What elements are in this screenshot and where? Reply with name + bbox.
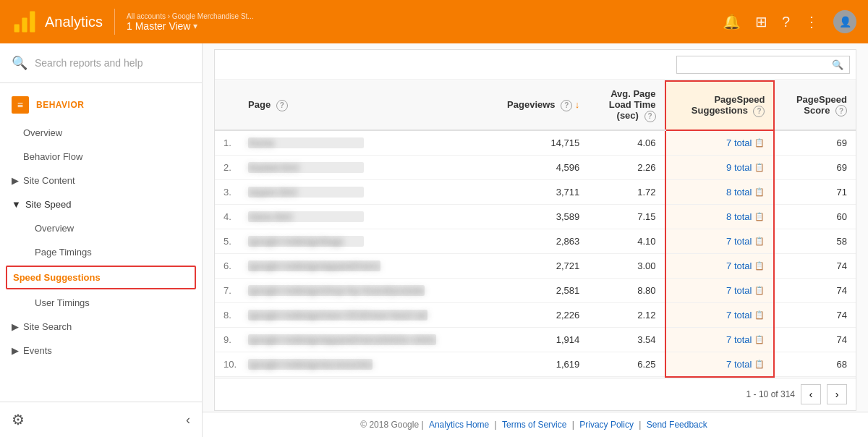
sidebar-item-site-content-label: Site Content bbox=[23, 175, 75, 186]
row-page[interactable]: /google+redesign/apparel/mens/tshirts+sh… bbox=[239, 327, 482, 352]
pagination-bar: 1 - 10 of 314 ‹ › bbox=[215, 378, 856, 410]
table-body: 1./home14,7154.067 total 📋692./basket.ht… bbox=[215, 130, 856, 377]
sidebar-item-overview[interactable]: Overview bbox=[0, 121, 202, 145]
analytics-home-link[interactable]: Analytics Home bbox=[429, 420, 489, 430]
row-pageviews: 1,914 bbox=[482, 327, 588, 352]
search-area[interactable]: 🔍 Search reports and help bbox=[0, 43, 202, 83]
notifications-icon[interactable]: 🔔 bbox=[723, 13, 741, 30]
account-info: All accounts › Google Merchandise St... … bbox=[127, 12, 254, 32]
apps-grid-icon[interactable]: ⊞ bbox=[755, 13, 767, 30]
chevron-right-icon-search: ▶ bbox=[12, 321, 19, 332]
top-header: Analytics All accounts › Google Merchand… bbox=[0, 0, 868, 43]
sidebar-item-site-speed-overview[interactable]: Overview bbox=[0, 216, 202, 240]
row-avg-load: 3.54 bbox=[588, 327, 665, 352]
row-pageviews: 2,226 bbox=[482, 302, 588, 327]
row-num: 5. bbox=[215, 229, 239, 253]
table-row: 3./aspen.html3,7111.728 total 📋71 bbox=[215, 179, 856, 204]
more-options-icon[interactable]: ⋮ bbox=[804, 13, 819, 30]
suggestions-help-icon[interactable]: ? bbox=[753, 106, 765, 117]
sidebar-item-site-content[interactable]: ▶ Site Content bbox=[0, 169, 202, 192]
table-row: 7./google+redesign/shop+by+brand/youtube… bbox=[215, 278, 856, 302]
next-page-button[interactable]: › bbox=[827, 384, 847, 404]
row-score: 69 bbox=[774, 130, 856, 156]
row-suggestions[interactable]: 7 total 📋 bbox=[665, 229, 775, 253]
sidebar-item-behavior-flow[interactable]: Behavior Flow bbox=[0, 145, 202, 169]
row-page[interactable]: /home bbox=[239, 130, 482, 156]
table-container: 🔍 Page ? Pageviews ? ↓ bbox=[214, 49, 856, 411]
chevron-right-icon-events: ▶ bbox=[12, 345, 19, 356]
row-page[interactable]: /google+redesign/new+2016/new+best+sel bbox=[239, 302, 482, 327]
row-suggestions[interactable]: 9 total 📋 bbox=[665, 155, 775, 179]
analytics-logo-icon bbox=[12, 9, 38, 35]
sidebar-item-site-speed-label: Site Speed bbox=[25, 199, 72, 210]
row-avg-load: 4.10 bbox=[588, 229, 665, 253]
main-layout: 🔍 Search reports and help ≡ BEHAVIOR Ove… bbox=[0, 43, 868, 437]
row-page[interactable]: /store.html bbox=[239, 204, 482, 229]
pageviews-help-icon[interactable]: ? bbox=[561, 100, 572, 111]
account-view: 1 Master View ▾ bbox=[127, 20, 254, 32]
table-row: 5./google+redesign/bags2,8634.107 total … bbox=[215, 229, 856, 253]
row-avg-load: 6.25 bbox=[588, 352, 665, 377]
row-page[interactable]: /basket.html bbox=[239, 155, 482, 179]
privacy-policy-link[interactable]: Privacy Policy bbox=[579, 420, 634, 430]
prev-page-button[interactable]: ‹ bbox=[801, 384, 821, 404]
terms-of-service-link[interactable]: Terms of Service bbox=[502, 420, 566, 430]
sidebar-item-events[interactable]: ▶ Events bbox=[0, 339, 202, 362]
col-header-avg-load[interactable]: Avg. PageLoad Time(sec) ? bbox=[588, 81, 665, 130]
row-suggestions[interactable]: 7 total 📋 bbox=[665, 352, 775, 377]
sidebar-item-site-search[interactable]: ▶ Site Search bbox=[0, 315, 202, 339]
dropdown-icon[interactable]: ▾ bbox=[193, 21, 197, 31]
table-toolbar: 🔍 bbox=[215, 50, 856, 80]
sidebar-item-page-timings[interactable]: Page Timings bbox=[0, 240, 202, 264]
table-search-box[interactable]: 🔍 bbox=[676, 56, 850, 74]
search-placeholder[interactable]: Search reports and help bbox=[35, 57, 142, 69]
report-area: 🔍 Page ? Pageviews ? ↓ bbox=[203, 43, 868, 412]
avg-load-help-icon[interactable]: ? bbox=[644, 111, 656, 122]
col-header-pagespeed-suggestions[interactable]: PageSpeedSuggestions ? bbox=[665, 81, 775, 130]
row-page[interactable]: /google+redesign/accessories bbox=[239, 352, 482, 377]
collapse-sidebar-icon[interactable]: ‹ bbox=[186, 412, 190, 428]
row-suggestions[interactable]: 7 total 📋 bbox=[665, 130, 775, 156]
row-page[interactable]: /google+redesign/shop+by+brand/youtube bbox=[239, 278, 482, 302]
page-footer: © 2018 Google | Analytics Home | Terms o… bbox=[203, 412, 868, 437]
sidebar-item-user-timings[interactable]: User Timings bbox=[0, 291, 202, 315]
behavior-icon: ≡ bbox=[12, 96, 29, 114]
chevron-right-icon: ▶ bbox=[12, 175, 19, 186]
row-pageviews: 2,581 bbox=[482, 278, 588, 302]
sidebar-item-site-speed[interactable]: ▼ Site Speed bbox=[0, 192, 202, 216]
settings-icon[interactable]: ⚙ bbox=[12, 411, 25, 428]
row-avg-load: 2.26 bbox=[588, 155, 665, 179]
row-suggestions[interactable]: 8 total 📋 bbox=[665, 204, 775, 229]
table-row: 1./home14,7154.067 total 📋69 bbox=[215, 130, 856, 156]
sidebar-footer: ⚙ ‹ bbox=[0, 402, 202, 437]
page-help-icon[interactable]: ? bbox=[276, 100, 288, 111]
score-help-icon[interactable]: ? bbox=[835, 105, 847, 116]
row-page[interactable]: /aspen.html bbox=[239, 179, 482, 204]
row-num: 7. bbox=[215, 278, 239, 302]
header-actions: 🔔 ⊞ ? ⋮ 👤 bbox=[723, 10, 856, 33]
data-table: Page ? Pageviews ? ↓ Avg. PageLoad Time(… bbox=[215, 80, 856, 378]
behavior-section-header: ≡ BEHAVIOR bbox=[0, 89, 202, 121]
row-suggestions[interactable]: 7 total 📋 bbox=[665, 253, 775, 278]
table-row: 10./google+redesign/accessories1,6196.25… bbox=[215, 352, 856, 377]
app-title: Analytics bbox=[45, 14, 103, 30]
row-suggestions[interactable]: 7 total 📋 bbox=[665, 327, 775, 352]
table-search-input[interactable] bbox=[683, 59, 827, 70]
table-row: 2./basket.html4,5962.269 total 📋69 bbox=[215, 155, 856, 179]
sidebar-item-speed-suggestions[interactable]: Speed Suggestions bbox=[6, 266, 196, 289]
row-suggestions[interactable]: 8 total 📋 bbox=[665, 179, 775, 204]
row-page[interactable]: /google+redesign/apparel/mens bbox=[239, 253, 482, 278]
row-suggestions[interactable]: 7 total 📋 bbox=[665, 302, 775, 327]
table-search-icon[interactable]: 🔍 bbox=[832, 59, 843, 70]
col-header-page[interactable]: Page ? bbox=[239, 81, 482, 130]
row-pageviews: 14,715 bbox=[482, 130, 588, 156]
row-page[interactable]: /google+redesign/bags bbox=[239, 229, 482, 253]
send-feedback-link[interactable]: Send Feedback bbox=[647, 420, 707, 430]
col-header-pageviews[interactable]: Pageviews ? ↓ bbox=[482, 81, 588, 130]
row-score: 74 bbox=[774, 327, 856, 352]
col-header-pagespeed-score[interactable]: PageSpeedScore ? bbox=[774, 81, 856, 130]
pageviews-sort-icon: ↓ bbox=[575, 99, 580, 110]
help-icon[interactable]: ? bbox=[782, 14, 790, 30]
user-avatar[interactable]: 👤 bbox=[833, 10, 856, 33]
row-suggestions[interactable]: 7 total 📋 bbox=[665, 278, 775, 302]
